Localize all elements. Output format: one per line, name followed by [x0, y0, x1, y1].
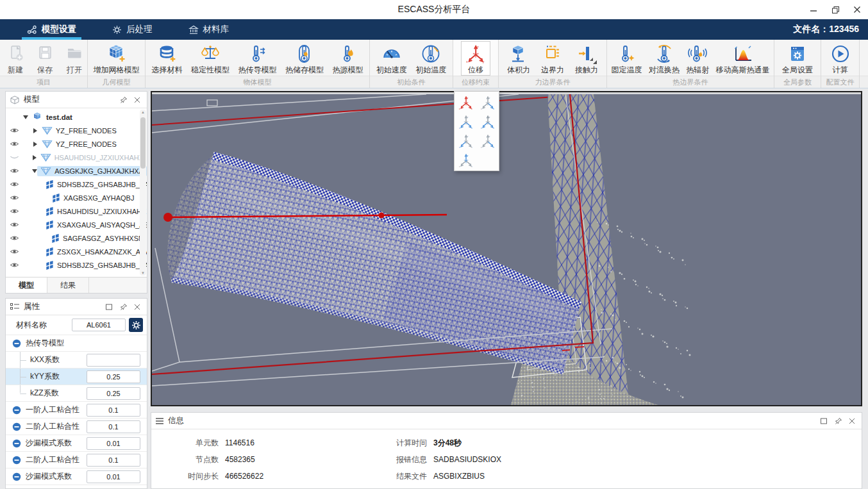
property-input[interactable] — [87, 470, 140, 483]
property-row: 沙漏模式系数 — [6, 435, 147, 452]
visibility-eye-icon[interactable] — [6, 208, 22, 215]
ribbon-button-save-file[interactable]: 保存 — [30, 41, 60, 76]
collapse-minus-icon[interactable] — [12, 456, 21, 465]
ribbon-button-compute[interactable]: 计算 — [826, 41, 855, 76]
ribbon-button-add-mesh-model[interactable]: 增加网格模型 — [90, 41, 143, 76]
bottom-tab-model[interactable]: 模型 — [6, 278, 47, 293]
ribbon-button-heat-source-model[interactable]: 热源模型 — [330, 41, 367, 76]
ribbon-button-stability-model[interactable]: 稳定性模型 — [188, 41, 233, 76]
material-settings-button[interactable] — [129, 318, 143, 332]
tree-item[interactable]: SDHSBJZS_GHSABJHB_ZAHU — [6, 178, 147, 191]
visibility-eye-icon[interactable] — [6, 181, 22, 188]
ribbon-button-heat-conduction-model[interactable]: 热传导模型 — [235, 41, 280, 76]
close-icon[interactable] — [131, 301, 143, 313]
ribbon-button-contact-force[interactable]: 接触力 — [572, 41, 601, 76]
collapse-minus-icon[interactable] — [12, 406, 21, 415]
workspace: 模型 test.datYZ_FREE_NODESYZ_FREE_NODESHSA… — [0, 88, 868, 489]
constraint-option-axis-xy-blue-2[interactable]: zxy — [479, 113, 496, 130]
tab-post-process[interactable]: 后处理 — [103, 19, 162, 40]
ribbon-button-label: 接触力 — [575, 65, 598, 75]
close-icon[interactable] — [846, 415, 858, 427]
tree-item-label: test.dat — [46, 113, 72, 121]
property-input[interactable] — [87, 404, 140, 417]
bottom-tab-results[interactable]: 结果 — [47, 278, 89, 293]
tree-item[interactable]: ZSXGX_HSAKAZNZXK_AHASX — [6, 245, 147, 258]
tree-item[interactable]: YZ_FREE_NODES — [6, 124, 147, 137]
material-name-input[interactable] — [72, 319, 126, 331]
constraint-option-axis-y-blue[interactable]: zxy — [479, 94, 496, 111]
visibility-eye-icon[interactable] — [6, 140, 22, 147]
property-input[interactable] — [87, 437, 140, 450]
ribbon-button-fixed-temperature[interactable]: 固定温度 — [608, 41, 645, 76]
visibility-hidden-icon[interactable] — [6, 154, 22, 161]
ribbon-button-body-force[interactable]: 体积力 — [504, 41, 533, 76]
property-input[interactable] — [87, 454, 140, 467]
tree-item[interactable]: SDHSBJZS_GHSABJHB_ZAHU — [6, 258, 147, 272]
tree-item[interactable]: AGSGKJKG_GJHXAJKHXA — [6, 164, 147, 178]
expand-right-icon[interactable] — [32, 142, 38, 147]
collapse-minus-icon[interactable] — [12, 472, 21, 481]
property-input[interactable] — [87, 420, 140, 433]
add-mesh-model-icon — [105, 43, 128, 65]
collapse-minus-icon[interactable] — [12, 422, 21, 431]
tree-item[interactable]: HSAUHDISU_JZXIUXHAHX — [6, 204, 147, 218]
ribbon-group: zxy位移位移约束 — [453, 40, 499, 88]
pin-icon[interactable] — [117, 94, 129, 106]
visibility-eye-icon[interactable] — [6, 194, 22, 201]
property-input[interactable] — [87, 387, 140, 400]
visibility-eye-icon[interactable] — [6, 261, 22, 269]
visibility-eye-icon[interactable] — [6, 221, 22, 228]
ribbon-button-displacement-axes[interactable]: zxy位移 — [461, 41, 490, 76]
constraint-option-axis-z-blue[interactable]: zxy — [457, 151, 474, 169]
tab-material-library[interactable]: 材料库 — [179, 19, 238, 40]
viewport-3d[interactable]: zxy zxy zxy zxy zxy zxy zxy — [151, 91, 862, 406]
constraint-option-axis-y-blue-2[interactable]: zxy — [479, 132, 496, 149]
restore-button[interactable] — [824, 0, 846, 19]
ribbon-button-global-settings[interactable]: 全局设置 — [779, 41, 816, 76]
svg-text:y: y — [483, 60, 485, 63]
ribbon-button-thermal-radiation[interactable]: 热辐射 — [683, 41, 712, 76]
constraint-option-axis-x-blue[interactable]: zxy — [457, 132, 474, 149]
model-settings-icon — [27, 25, 37, 35]
svg-text:y: y — [471, 165, 472, 167]
pin-icon[interactable] — [832, 415, 844, 427]
ribbon-button-select-material[interactable]: 选择材料 — [149, 41, 186, 76]
visibility-eye-icon[interactable] — [6, 248, 22, 255]
tree-item[interactable]: HSAUHDISU_JZXIUXHAHX — [6, 151, 147, 164]
expand-down-icon[interactable] — [32, 169, 37, 173]
tree-item[interactable]: XSAXGAUS_AISYAQSH_ASHX — [6, 218, 147, 231]
ribbon-button-convection-heat[interactable]: 对流换热 — [646, 41, 683, 76]
constraint-option-axis-xy-blue[interactable]: zxy — [457, 113, 474, 130]
ribbon-button-heat-storage-model[interactable]: 热储存模型 — [282, 41, 327, 76]
ribbon-button-boundary-force[interactable]: 边界力 — [538, 41, 567, 76]
ribbon-button-initial-temperature[interactable]: 初始温度 — [412, 41, 449, 76]
expand-right-icon[interactable] — [32, 128, 38, 133]
constraint-option-axis-xyz-red[interactable]: zxy — [457, 94, 474, 111]
ribbon-button-initial-velocity[interactable]: 初始速度 — [373, 41, 410, 76]
ribbon-button-new-file[interactable]: 新建 — [1, 41, 30, 76]
tab-model-settings[interactable]: 模型设置 — [18, 19, 85, 40]
tree-item[interactable]: YZ_FREE_NODES — [6, 137, 147, 151]
collapse-minus-icon[interactable] — [12, 339, 21, 348]
expand-down-icon[interactable] — [22, 115, 29, 119]
visibility-eye-icon[interactable] — [6, 235, 22, 242]
visibility-eye-icon[interactable] — [6, 127, 22, 134]
property-input[interactable] — [87, 354, 140, 367]
minimize-button[interactable] — [803, 0, 824, 19]
maximize-icon[interactable] — [818, 415, 830, 427]
ribbon-button-open-folder[interactable]: 打开 — [60, 41, 89, 76]
visibility-eye-icon[interactable] — [6, 167, 22, 174]
maximize-icon[interactable] — [103, 301, 115, 313]
tree-item[interactable]: XAGBSXG_AYHAQBJ — [6, 191, 147, 204]
property-row: 二阶人工粘合性 — [6, 419, 147, 435]
close-icon[interactable] — [131, 94, 143, 106]
expand-right-icon[interactable] — [32, 155, 37, 160]
ribbon-button-moving-gaussian-heat-flux[interactable]: 移动高斯热通量 — [713, 41, 773, 76]
tree-scrollbar[interactable]: ▲▼ — [140, 110, 146, 276]
property-input[interactable] — [87, 370, 140, 383]
tree-item[interactable]: test.dat — [6, 110, 147, 124]
tree-item[interactable]: SAGFASGZ_ASYHHXSN — [6, 231, 147, 245]
collapse-minus-icon[interactable] — [12, 439, 21, 448]
pin-icon[interactable] — [117, 301, 129, 313]
close-button[interactable] — [846, 0, 868, 19]
